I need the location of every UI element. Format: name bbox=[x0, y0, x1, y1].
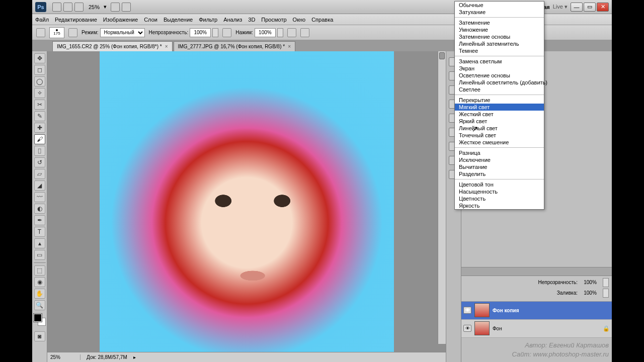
minimize-button[interactable]: — bbox=[571, 3, 583, 12]
dropdown-caret-icon[interactable]: ▾ bbox=[104, 4, 107, 10]
view-extras-icon[interactable] bbox=[74, 3, 84, 12]
blend-mode-item[interactable]: Жесткое смешение bbox=[455, 139, 544, 146]
arrange-icon[interactable] bbox=[111, 3, 120, 12]
document-canvas[interactable] bbox=[100, 51, 394, 352]
marquee-tool[interactable]: ◻ bbox=[34, 65, 45, 75]
close-button[interactable]: ✕ bbox=[597, 3, 609, 12]
type-tool[interactable]: T bbox=[34, 227, 45, 237]
blur-tool[interactable]: 〰 bbox=[34, 192, 45, 202]
menu-help[interactable]: Справка bbox=[311, 17, 333, 23]
flow-value[interactable]: 100% bbox=[255, 28, 276, 37]
path-select-tool[interactable]: ▴ bbox=[34, 238, 45, 248]
layer-fill-value[interactable]: 100% bbox=[580, 290, 601, 296]
pen-tool[interactable]: ✒ bbox=[34, 215, 45, 225]
zoom-tool[interactable]: 🔍 bbox=[34, 300, 45, 310]
pressure-opacity-icon[interactable] bbox=[222, 28, 231, 37]
tab-close-icon[interactable]: × bbox=[288, 44, 291, 49]
menu-image[interactable]: Изображение bbox=[103, 17, 138, 23]
blend-mode-item[interactable]: Светлее bbox=[455, 86, 544, 93]
layer-opacity-value[interactable]: 100% bbox=[580, 280, 601, 285]
blend-mode-item[interactable]: Затемнение основы bbox=[455, 33, 544, 40]
move-tool[interactable]: ✥ bbox=[34, 53, 45, 63]
blend-mode-item[interactable]: Цветовой тон bbox=[455, 181, 544, 188]
cs-live[interactable]: Live ▾ bbox=[553, 4, 568, 10]
tab-doc-2[interactable]: IMG_2777.JPG @ 16,7% (Фон копия, RGB/8) … bbox=[174, 41, 295, 51]
opacity-flyout-icon[interactable] bbox=[212, 28, 218, 37]
blend-mode-item[interactable]: Линейный осветлитель (добавить) bbox=[455, 79, 544, 86]
tab-doc-1[interactable]: IMG_1655.CR2 @ 25% (Фон копия, RGB/8*) *… bbox=[52, 41, 173, 51]
blend-mode-item[interactable]: Разделить bbox=[455, 170, 544, 177]
menu-window[interactable]: Окно bbox=[293, 17, 306, 23]
blend-mode-item[interactable]: Разница bbox=[455, 149, 544, 156]
airbrush-icon[interactable] bbox=[287, 28, 296, 37]
blend-mode-item[interactable]: Обычные bbox=[455, 2, 544, 9]
blend-mode-item[interactable]: Жесткий свет bbox=[455, 111, 544, 118]
fill-flyout-icon[interactable] bbox=[603, 289, 609, 298]
blend-mode-item[interactable]: Мягкий свет bbox=[455, 104, 544, 111]
hand-tool[interactable]: ✋ bbox=[34, 289, 45, 299]
blend-mode-item[interactable]: Исключение bbox=[455, 156, 544, 163]
menu-view[interactable]: Просмотр bbox=[261, 17, 286, 23]
mode-select[interactable]: Нормальный bbox=[100, 28, 145, 37]
blend-mode-item[interactable]: Замена светлым bbox=[455, 58, 544, 65]
status-flyout-icon[interactable]: ▸ bbox=[133, 354, 136, 360]
blend-mode-item[interactable]: Темнее bbox=[455, 47, 544, 54]
tab-close-icon[interactable]: × bbox=[165, 44, 168, 49]
menu-filter[interactable]: Фильтр bbox=[199, 17, 217, 23]
blend-mode-item[interactable]: Линейный затемнитель bbox=[455, 40, 544, 47]
layer-row[interactable]: 👁 Фон 🔒 bbox=[461, 320, 612, 338]
lasso-tool[interactable]: ◯ bbox=[34, 76, 45, 86]
gradient-tool[interactable]: ◢ bbox=[34, 180, 45, 191]
menu-file[interactable]: Файл bbox=[35, 17, 49, 23]
layer-thumb[interactable] bbox=[474, 303, 490, 317]
stamp-tool[interactable]: ⌷ bbox=[34, 146, 45, 156]
blend-mode-item[interactable]: Затухание bbox=[455, 9, 544, 16]
opacity-flyout-icon[interactable] bbox=[603, 278, 609, 287]
3d-tool[interactable]: ⬚ bbox=[34, 265, 45, 276]
zoom-percent[interactable]: 25% bbox=[89, 4, 100, 10]
shape-tool[interactable]: ▭ bbox=[34, 250, 45, 260]
flow-flyout-icon[interactable] bbox=[277, 28, 283, 37]
healing-tool[interactable]: ✚ bbox=[34, 123, 45, 133]
opacity-value[interactable]: 100% bbox=[190, 28, 211, 37]
eyedropper-tool[interactable]: ✎ bbox=[34, 111, 45, 121]
blend-mode-item[interactable]: Насыщенность bbox=[455, 188, 544, 195]
blend-mode-item[interactable]: Умножение bbox=[455, 26, 544, 33]
fg-color[interactable] bbox=[34, 314, 42, 322]
tool-preset-icon[interactable] bbox=[36, 28, 45, 37]
visibility-icon[interactable]: 👁 bbox=[463, 307, 471, 314]
blend-mode-item[interactable]: Экран bbox=[455, 65, 544, 72]
crop-tool[interactable]: ✂ bbox=[34, 100, 45, 110]
blend-mode-item[interactable]: Линейный свет bbox=[455, 125, 544, 132]
menu-3d[interactable]: 3D bbox=[248, 17, 255, 23]
maximize-button[interactable]: ▭ bbox=[584, 3, 596, 12]
eraser-tool[interactable]: ▱ bbox=[34, 169, 45, 179]
blend-mode-item[interactable]: Осветление основы bbox=[455, 72, 544, 79]
wand-tool[interactable]: ✧ bbox=[34, 88, 45, 98]
layer-thumb[interactable] bbox=[474, 321, 490, 335]
visibility-icon[interactable]: 👁 bbox=[463, 325, 471, 332]
blend-mode-item[interactable]: Яркий свет bbox=[455, 118, 544, 125]
vertical-scrollbar[interactable] bbox=[438, 51, 446, 344]
brush-panel-icon[interactable] bbox=[68, 28, 77, 37]
3d-camera-tool[interactable]: ◉ bbox=[34, 277, 45, 287]
bridge-icon[interactable] bbox=[52, 3, 61, 12]
history-brush-tool[interactable]: ↺ bbox=[34, 157, 45, 167]
quickmask-tool[interactable]: ◙ bbox=[34, 331, 45, 341]
blend-mode-item[interactable]: Цветность bbox=[455, 195, 544, 202]
menu-layer[interactable]: Слои bbox=[144, 17, 157, 23]
menu-select[interactable]: Выделение bbox=[164, 17, 193, 23]
brush-preview[interactable]: 175 bbox=[49, 27, 64, 38]
layers-tab[interactable] bbox=[461, 267, 612, 276]
blend-mode-item[interactable]: Перекрытие bbox=[455, 97, 544, 104]
color-swatches[interactable] bbox=[34, 314, 46, 327]
dodge-tool[interactable]: ◐ bbox=[34, 204, 45, 214]
minibridge-icon[interactable] bbox=[63, 3, 72, 12]
status-zoom[interactable]: 25% bbox=[50, 354, 80, 360]
blend-mode-item[interactable]: Яркость bbox=[455, 202, 544, 209]
blend-mode-menu[interactable]: ОбычныеЗатуханиеЗатемнениеУмножениеЗатем… bbox=[454, 1, 544, 210]
blend-mode-item[interactable]: Затемнение bbox=[455, 19, 544, 26]
screen-mode-icon[interactable] bbox=[122, 3, 131, 12]
layer-row[interactable]: 👁 Фон копия bbox=[461, 302, 612, 320]
menu-edit[interactable]: Редактирование bbox=[55, 17, 97, 23]
